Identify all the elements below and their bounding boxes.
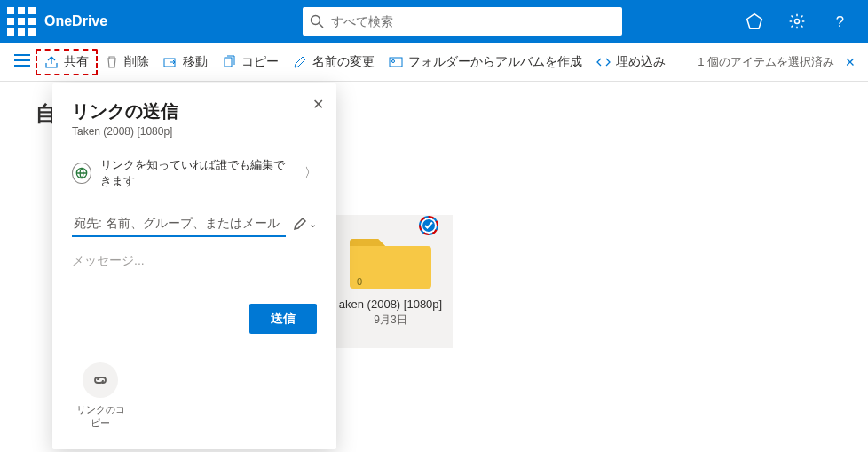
svg-point-9 <box>312 16 320 25</box>
folder-tile[interactable]: 0 aken (2008) [1080p] 9月3日 <box>337 226 444 328</box>
copy-button[interactable]: コピー <box>215 51 286 74</box>
folder-thumbnail: 0 <box>348 226 433 290</box>
delete-label: 削除 <box>124 54 149 70</box>
copy-link-button[interactable] <box>83 362 118 398</box>
copy-link-label: リンクのコピー <box>72 403 129 430</box>
svg-rect-2 <box>28 7 36 14</box>
embed-button[interactable]: 埋め込み <box>589 51 673 74</box>
link-icon <box>91 371 109 389</box>
search-input[interactable] <box>331 14 615 28</box>
selection-status: 1 個のアイテムを選択済み <box>698 54 834 70</box>
link-permission-button[interactable]: リンクを知っていれば誰でも編集できます 〉 <box>72 157 317 189</box>
rename-button[interactable]: 名前の変更 <box>286 51 382 74</box>
svg-point-19 <box>392 59 395 62</box>
dialog-subtitle: Taken (2008) [1080p] <box>72 125 317 138</box>
svg-rect-5 <box>28 18 36 25</box>
command-bar: 共有 削除 移動 コピー 名前の変更 フォルダーからアルバムを作成 埋め込み 1… <box>0 43 868 82</box>
copy-icon <box>222 55 236 69</box>
move-icon <box>163 55 178 69</box>
album-icon <box>389 55 403 69</box>
embed-label: 埋め込み <box>616 54 666 70</box>
svg-text:?: ? <box>836 13 844 30</box>
move-label: 移動 <box>183 54 208 70</box>
gear-icon[interactable] <box>783 7 811 36</box>
embed-icon <box>596 55 611 69</box>
dialog-title: リンクの送信 <box>72 99 317 123</box>
folder-item-count: 0 <box>357 276 362 287</box>
folder-name: aken (2008) [1080p] <box>337 297 444 313</box>
svg-rect-18 <box>390 58 402 67</box>
header-actions: ? <box>740 7 854 36</box>
move-button[interactable]: 移動 <box>156 51 215 74</box>
rename-label: 名前の変更 <box>312 54 375 70</box>
svg-rect-7 <box>18 28 25 36</box>
premium-icon[interactable] <box>740 7 769 36</box>
svg-rect-0 <box>7 7 14 14</box>
send-button[interactable]: 送信 <box>249 304 317 334</box>
create-album-button[interactable]: フォルダーからアルバムを作成 <box>382 51 589 74</box>
svg-rect-6 <box>7 28 14 36</box>
svg-line-10 <box>320 24 324 28</box>
svg-rect-17 <box>225 58 232 67</box>
clear-selection-button[interactable]: ✕ <box>841 52 859 73</box>
svg-rect-8 <box>28 28 36 36</box>
svg-rect-3 <box>7 18 14 25</box>
search-icon <box>310 14 324 28</box>
brand-label[interactable]: OneDrive <box>44 13 107 29</box>
chevron-down-icon: ⌄ <box>309 218 317 230</box>
trash-icon <box>105 55 119 69</box>
send-link-dialog: ✕ リンクの送信 Taken (2008) [1080p] リンクを知っていれば… <box>52 83 336 449</box>
share-icon <box>44 55 59 69</box>
permission-label: リンクを知っていれば誰でも編集できます <box>100 157 296 189</box>
svg-point-11 <box>795 20 800 24</box>
nav-toggle-icon[interactable] <box>9 51 36 73</box>
pencil-icon <box>293 217 307 231</box>
dialog-close-button[interactable]: ✕ <box>312 96 324 113</box>
copy-label: コピー <box>241 54 279 70</box>
folder-date: 9月3日 <box>337 313 444 328</box>
create-album-label: フォルダーからアルバムを作成 <box>408 54 582 70</box>
app-launcher-icon[interactable] <box>7 7 36 36</box>
selected-checkmark-icon[interactable] <box>419 216 438 235</box>
edit-permission-dropdown[interactable]: ⌄ <box>293 217 317 231</box>
app-header: OneDrive ? <box>0 0 868 43</box>
svg-rect-1 <box>18 7 25 14</box>
recipient-input[interactable] <box>72 210 286 237</box>
message-input[interactable] <box>72 253 317 267</box>
delete-button[interactable]: 削除 <box>98 51 156 74</box>
svg-rect-4 <box>18 18 25 25</box>
globe-icon <box>72 163 91 184</box>
chevron-right-icon: 〉 <box>304 165 317 181</box>
share-button[interactable]: 共有 <box>36 49 98 75</box>
help-icon[interactable]: ? <box>825 7 854 36</box>
pencil-icon <box>293 55 307 69</box>
share-label: 共有 <box>64 54 89 70</box>
search-box[interactable] <box>303 7 622 36</box>
